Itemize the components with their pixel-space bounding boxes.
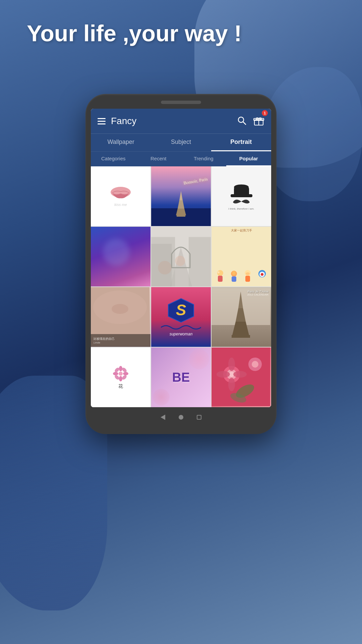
svg-line-1 xyxy=(243,122,246,124)
grid-item-flowers[interactable] xyxy=(212,347,271,407)
grid-item-purple[interactable] xyxy=(91,227,150,286)
flower-svg xyxy=(112,365,129,382)
nav-home-icon[interactable] xyxy=(179,415,183,420)
app-title: Fancy xyxy=(111,116,136,126)
chinese-text-overlay: 比较现在的自己 Linda xyxy=(91,334,150,347)
svg-point-36 xyxy=(112,304,128,314)
svg-rect-9 xyxy=(177,215,185,217)
grid-item-be[interactable]: BE xyxy=(151,347,211,407)
superwoman-logo-svg: S xyxy=(168,298,194,323)
gift-badge: 1 xyxy=(262,110,268,116)
app-screen: Fancy xyxy=(91,109,271,407)
main-tab-bar: Wallpaper Subject Portrait xyxy=(91,133,271,151)
hat-svg xyxy=(231,182,252,197)
svg-point-33 xyxy=(263,272,264,274)
grid-item-street[interactable] xyxy=(151,227,211,286)
svg-rect-21 xyxy=(218,276,223,282)
subtab-categories[interactable]: Categories xyxy=(91,152,136,166)
grid-item-paris-calendar[interactable]: Paris Je T'Aime 2012 CALENDAR xyxy=(212,287,271,347)
svg-point-48 xyxy=(113,372,118,375)
mustache-quote-text: I think, therefore I am. xyxy=(227,207,256,210)
svg-point-49 xyxy=(123,372,128,375)
superwoman-label: superwoman xyxy=(170,332,193,336)
image-grid: kiss me Bonsoir, Paris xyxy=(91,166,271,407)
tagline: Your life ,your way ! xyxy=(27,20,335,46)
svg-point-58 xyxy=(228,358,235,371)
phone-mockup: Fancy xyxy=(85,94,277,434)
phone-speaker xyxy=(161,101,201,104)
paris-calendar-text: Paris Je T'Aime 2012 CALENDAR xyxy=(247,290,268,296)
svg-point-31 xyxy=(261,273,263,276)
svg-rect-27 xyxy=(245,276,250,282)
svg-point-25 xyxy=(232,271,236,275)
subtab-recent[interactable]: Recent xyxy=(136,152,181,166)
svg-marker-7 xyxy=(178,200,184,209)
nav-back-icon[interactable] xyxy=(161,415,165,420)
sub-tab-bar: Categories Recent Trending Popular xyxy=(91,151,271,166)
phone-body: Fancy xyxy=(85,94,277,434)
grid-item-mustache[interactable]: I think, therefore I am. xyxy=(212,166,271,226)
grid-item-chinese-quote[interactable]: 比较现在的自己 Linda xyxy=(91,287,150,347)
tab-subject[interactable]: Subject xyxy=(151,134,211,151)
svg-rect-12 xyxy=(231,194,252,197)
nav-recents-icon[interactable] xyxy=(197,415,201,420)
phone-nav-bar xyxy=(91,407,271,427)
grid-item-kiss-me[interactable]: kiss me xyxy=(91,166,150,226)
be-label: BE xyxy=(172,370,190,385)
hamburger-menu-icon[interactable] xyxy=(98,118,106,124)
svg-point-63 xyxy=(252,361,258,368)
svg-marker-8 xyxy=(176,209,186,215)
chinese-flower-label: 花 xyxy=(118,383,123,389)
lips-svg xyxy=(109,186,132,201)
svg-point-19 xyxy=(158,261,172,275)
grid-item-flower-text[interactable]: 花 xyxy=(91,347,150,407)
svg-rect-44 xyxy=(232,335,250,338)
header-right: 1 xyxy=(237,115,264,127)
svg-point-18 xyxy=(175,256,185,266)
svg-point-46 xyxy=(119,366,122,371)
grid-item-cartoon[interactable]: 大家一起剪刀手 xyxy=(212,227,271,286)
subtab-trending[interactable]: Trending xyxy=(181,152,226,166)
svg-rect-24 xyxy=(232,276,236,282)
eiffel-tower-svg xyxy=(173,190,189,217)
svg-point-60 xyxy=(217,371,230,378)
grid-item-paris-night[interactable]: Bonsoir, Paris xyxy=(151,166,211,226)
mustache-svg xyxy=(231,198,251,206)
subtab-popular[interactable]: Popular xyxy=(226,152,272,166)
svg-point-61 xyxy=(233,371,247,378)
kiss-me-text: kiss me xyxy=(114,203,127,207)
svg-marker-6 xyxy=(179,191,183,200)
svg-point-11 xyxy=(234,184,249,190)
header-left: Fancy xyxy=(98,116,136,126)
tab-wallpaper[interactable]: Wallpaper xyxy=(91,134,151,151)
svg-point-59 xyxy=(228,378,235,391)
svg-point-47 xyxy=(119,376,122,381)
svg-point-22 xyxy=(218,271,220,273)
search-icon[interactable] xyxy=(237,116,246,126)
street-svg xyxy=(151,227,211,286)
gift-icon[interactable]: 1 xyxy=(253,115,264,127)
svg-rect-17 xyxy=(189,237,211,286)
svg-text:S: S xyxy=(176,301,186,319)
svg-point-45 xyxy=(119,372,123,376)
svg-point-28 xyxy=(246,272,250,275)
paris-script-text: Bonsoir, Paris xyxy=(183,176,208,185)
app-header: Fancy xyxy=(91,109,271,133)
cartoon-header-text: 大家一起剪刀手 xyxy=(212,228,271,233)
tab-portrait[interactable]: Portrait xyxy=(211,134,271,151)
grid-item-superwoman[interactable]: S superwoman xyxy=(151,287,211,347)
svg-point-32 xyxy=(260,272,261,274)
